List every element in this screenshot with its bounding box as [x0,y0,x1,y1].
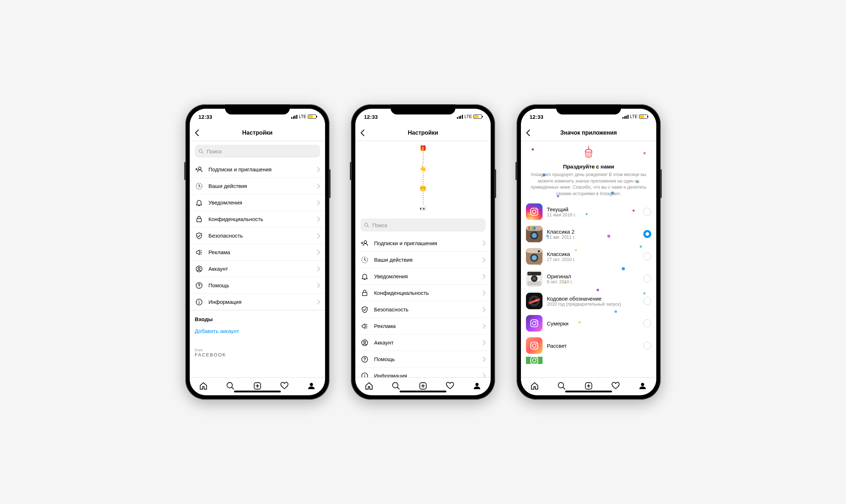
nav-add-icon[interactable] [253,382,262,390]
settings-row-notifications[interactable]: Уведомления [355,268,491,285]
app-icon-thumb [526,315,543,332]
confetti-dot [597,289,599,291]
svg-point-32 [364,374,365,375]
content: Празднуйте с нами Instagram празднует де… [521,141,656,377]
nav-search-icon[interactable] [557,382,566,390]
radio-selected[interactable] [643,230,651,238]
notifications-icon [360,273,369,280]
settings-row-privacy[interactable]: Конфиденциальность [355,285,491,301]
back-icon[interactable] [360,129,365,136]
svg-rect-50 [528,227,530,230]
svg-point-79 [536,358,537,359]
settings-row-notifications[interactable]: Уведомления [190,194,325,211]
search-input[interactable]: Поиск [195,145,320,158]
nav-home-icon[interactable] [365,382,373,390]
settings-row-about[interactable]: Информация [355,368,491,377]
icon-option-partial [521,357,656,364]
nav-profile-icon[interactable] [473,382,481,390]
radio-unselected[interactable] [643,297,651,305]
nav-heart-icon[interactable] [446,382,454,390]
settings-row-follow-invite[interactable]: Подписки и приглашения [355,235,491,252]
app-icon-thumb [526,248,543,265]
row-label: Реклама [208,249,312,255]
nav-home-icon[interactable] [530,382,539,390]
confetti-dot [539,264,541,265]
icon-option-classic2[interactable]: Классика 231 авг. 2011 г. [521,223,656,245]
home-indicator[interactable] [565,391,612,392]
icon-option-classic[interactable]: Классика27 окт. 2010 г. [521,245,656,267]
row-label: Помощь [374,356,478,362]
settings-row-your-activity[interactable]: Ваши действия [355,252,491,268]
radio-unselected[interactable] [643,208,651,216]
from-facebook: from FACEBOOK [190,337,325,357]
status-indicators: LTE [457,114,482,119]
svg-rect-53 [534,227,535,230]
nav-heart-icon[interactable] [611,382,620,390]
icon-option-title: Классика [547,251,639,257]
radio-unselected[interactable] [643,342,651,350]
privacy-icon [195,215,203,223]
chevron-right-icon [317,300,320,305]
settings-row-about[interactable]: Информация [190,294,325,310]
row-label: Подписки и приглашения [208,166,312,172]
nav-heart-icon[interactable] [280,382,289,390]
settings-row-help[interactable]: Помощь [190,277,325,294]
trail-emoji: 👀 [419,205,427,212]
icon-option-list: Текущий11 мая 2016 г.Классика 231 авг. 2… [521,201,656,364]
settings-row-help[interactable]: Помощь [355,351,491,368]
settings-row-account[interactable]: Аккаунт [190,261,325,277]
icon-option-twilight[interactable]: Сумерки [521,312,656,334]
back-icon[interactable] [195,129,199,136]
icon-option-original[interactable]: Оригинал6 окт. 2010 г. [521,267,656,290]
svg-line-15 [232,387,234,389]
radio-unselected[interactable] [643,275,651,283]
add-account-link[interactable]: Добавить аккаунт [190,325,325,337]
radio-unselected[interactable] [643,252,651,260]
svg-rect-26 [363,292,367,296]
home-indicator[interactable] [234,391,281,392]
svg-rect-77 [531,357,538,364]
settings-row-security[interactable]: Безопасность [190,228,325,244]
nav-search-icon[interactable] [226,382,235,390]
about-icon [195,298,203,306]
settings-row-privacy[interactable]: Конфиденциальность [190,211,325,228]
nav-add-icon[interactable] [419,382,427,390]
icon-option-subtitle: 27 окт. 2010 г. [547,257,639,262]
celebrate-header: Празднуйте с нами Instagram празднует де… [521,141,656,201]
home-indicator[interactable] [400,391,446,392]
back-icon[interactable] [526,129,530,136]
nav-search-icon[interactable] [392,382,400,390]
search-input[interactable]: Поиск [360,219,486,231]
settings-row-follow-invite[interactable]: Подписки и приглашения [190,161,325,178]
icon-option-text: Классика27 окт. 2010 г. [547,251,639,262]
settings-row-security[interactable]: Безопасность [355,301,491,318]
chevron-right-icon [483,274,486,279]
chevron-right-icon [483,307,486,312]
account-icon [360,339,369,347]
header: Значок приложения [521,125,656,141]
header-title: Значок приложения [560,130,617,136]
svg-point-19 [310,383,313,386]
signal-icon [457,115,463,119]
icon-option-sunrise[interactable]: Рассвет [521,334,656,357]
nav-profile-icon[interactable] [307,382,316,390]
settings-row-your-activity[interactable]: Ваши действия [190,178,325,194]
nav-add-icon[interactable] [584,382,593,390]
svg-point-40 [588,145,589,147]
icon-option-text: Текущий11 мая 2016 г. [547,206,639,217]
settings-row-ads[interactable]: Реклама [190,244,325,261]
about-icon [360,372,369,378]
confetti-dot [564,282,566,284]
icon-option-current[interactable]: Текущий11 мая 2016 г. [521,201,656,223]
icon-option-text: Кодовое обозначение2010 год (предварител… [547,296,639,307]
svg-point-59 [532,255,537,260]
radio-unselected[interactable] [643,319,651,327]
nav-profile-icon[interactable] [638,382,647,390]
emoji-trail: 🎁👆😶👀 [355,141,491,215]
row-label: Ваши действия [374,257,478,263]
icon-option-codename[interactable]: CODENAMEКодовое обозначение2010 год (пре… [521,290,656,312]
nav-home-icon[interactable] [199,382,208,390]
confetti-dot [535,300,537,301]
settings-row-account[interactable]: Аккаунт [355,334,491,351]
settings-row-ads[interactable]: Реклама [355,318,491,334]
